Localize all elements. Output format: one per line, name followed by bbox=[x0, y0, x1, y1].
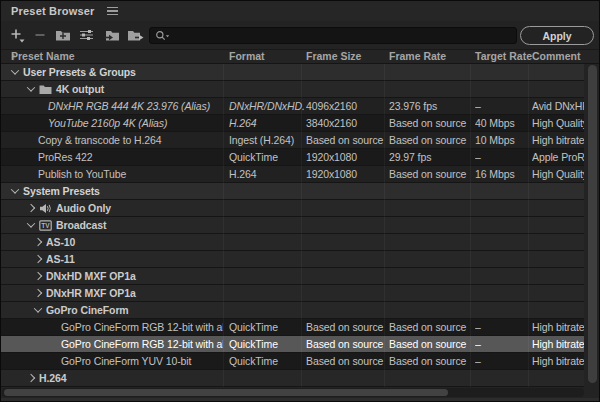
table-row[interactable]: H.264 bbox=[1, 370, 584, 387]
search-icon[interactable] bbox=[155, 30, 170, 42]
column-header-format[interactable]: Format bbox=[229, 50, 265, 63]
table-row[interactable]: GoPro CineForm YUV 10-bitQuickTimeBased … bbox=[1, 353, 584, 370]
comment-cell bbox=[532, 200, 584, 216]
table-row[interactable]: YouTube 2160p 4K (Alias)H.2643840x2160Ba… bbox=[1, 115, 584, 132]
frame-size-cell bbox=[306, 64, 386, 80]
preset-name-label: GoPro CineForm RGB 12-bit with alp... bbox=[61, 338, 223, 350]
table-row[interactable]: DNxHR MXF OP1a bbox=[1, 285, 584, 302]
preset-name-cell: GoPro CineForm RGB 12-bit with alpha bbox=[1, 319, 223, 335]
table-row[interactable]: ProRes 422QuickTime1920x108029.97 fps–Ap… bbox=[1, 149, 584, 166]
table-row[interactable]: 4K output bbox=[1, 81, 584, 98]
preset-name-label: Publish to YouTube bbox=[38, 168, 126, 180]
target-rate-cell bbox=[475, 81, 530, 97]
format-cell bbox=[229, 251, 304, 267]
frame-rate-cell bbox=[389, 64, 473, 80]
chevron-down-icon[interactable] bbox=[25, 217, 37, 233]
format-cell: H.264 bbox=[229, 166, 304, 182]
table-row[interactable]: Publish to YouTubeH.2641920x1080Based on… bbox=[1, 166, 584, 183]
target-rate-cell: 40 Mbps bbox=[475, 115, 530, 131]
table-row[interactable]: Audio Only bbox=[1, 200, 584, 217]
new-group-button[interactable] bbox=[53, 26, 73, 44]
table-row[interactable]: DNxHD MXF OP1a bbox=[1, 268, 584, 285]
format-cell: QuickTime bbox=[229, 149, 304, 165]
table-row[interactable]: AS-11 bbox=[1, 251, 584, 268]
table-row[interactable]: AS-10 bbox=[1, 234, 584, 251]
search-input[interactable] bbox=[172, 29, 516, 42]
frame-rate-cell bbox=[389, 217, 473, 233]
chevron-right-icon[interactable] bbox=[25, 370, 37, 386]
target-rate-cell bbox=[475, 200, 530, 216]
comment-cell: High Quality bbox=[532, 115, 584, 131]
preset-name-cell: YouTube 2160p 4K (Alias) bbox=[1, 115, 223, 131]
vertical-scrollbar[interactable] bbox=[588, 65, 597, 383]
chevron-down-icon[interactable] bbox=[32, 302, 44, 318]
preset-name-cell: Publish to YouTube bbox=[1, 166, 223, 182]
format-cell bbox=[229, 200, 304, 216]
folder-icon bbox=[39, 84, 52, 95]
preset-name-cell: GoPro CineForm bbox=[1, 302, 223, 318]
add-preset-button[interactable] bbox=[7, 26, 27, 44]
search-field[interactable] bbox=[149, 27, 517, 44]
format-cell bbox=[229, 268, 304, 284]
table-row[interactable]: User Presets & Groups bbox=[1, 64, 584, 81]
comment-cell bbox=[532, 268, 584, 284]
frame-rate-cell: Based on source bbox=[389, 336, 473, 352]
table-row[interactable]: System Presets bbox=[1, 183, 584, 200]
preset-name-label: GoPro CineForm RGB 12-bit with alpha bbox=[61, 321, 223, 333]
preset-settings-button[interactable] bbox=[76, 26, 96, 44]
vertical-scrollbar-thumb[interactable] bbox=[588, 65, 597, 383]
preset-name-label: YouTube 2160p 4K (Alias) bbox=[48, 117, 167, 129]
chevron-right-icon[interactable] bbox=[32, 268, 44, 284]
frame-rate-cell bbox=[389, 302, 473, 318]
table-row[interactable]: DNxHR RGB 444 4K 23.976 (Alias)DNxHR/DNx… bbox=[1, 98, 584, 115]
frame-size-cell: Based on source bbox=[306, 336, 386, 352]
comment-cell: High bitrate bbox=[532, 336, 584, 352]
target-rate-cell bbox=[475, 64, 530, 80]
table-row[interactable]: GoPro CineForm RGB 12-bit with alp...Qui… bbox=[1, 336, 584, 353]
horizontal-scrollbar-thumb[interactable] bbox=[4, 389, 448, 396]
import-presets-button[interactable] bbox=[102, 26, 122, 44]
chevron-right-icon[interactable] bbox=[32, 234, 44, 250]
frame-rate-cell: Based on source bbox=[389, 132, 473, 148]
remove-preset-button[interactable] bbox=[30, 26, 50, 44]
apply-preset-button[interactable]: Apply Preset bbox=[520, 26, 594, 45]
comment-cell bbox=[532, 302, 584, 318]
column-header-target-rate[interactable]: Target Rate bbox=[475, 50, 532, 63]
target-rate-cell: 10 Mbps bbox=[475, 132, 530, 148]
chevron-down-icon[interactable] bbox=[25, 81, 37, 97]
panel-menu-icon[interactable] bbox=[107, 7, 118, 16]
chevron-down-icon[interactable] bbox=[9, 64, 21, 80]
chevron-right-icon[interactable] bbox=[32, 285, 44, 301]
frame-size-cell bbox=[306, 200, 386, 216]
chevron-right-icon[interactable] bbox=[32, 251, 44, 267]
preset-name-cell: AS-10 bbox=[1, 234, 223, 250]
chevron-right-icon[interactable] bbox=[25, 200, 37, 216]
table-row[interactable]: TVBroadcast bbox=[1, 217, 584, 234]
table-row[interactable]: Copy & transcode to H.264Ingest (H.264)B… bbox=[1, 132, 584, 149]
preset-name-cell: GoPro CineForm YUV 10-bit bbox=[1, 353, 223, 369]
column-header-comment[interactable]: Comment bbox=[532, 50, 580, 63]
format-cell bbox=[229, 81, 304, 97]
column-header-frame-rate[interactable]: Frame Rate bbox=[389, 50, 446, 63]
target-rate-cell bbox=[475, 302, 530, 318]
tv-icon: TV bbox=[39, 220, 52, 231]
comment-cell: High bitrate bbox=[532, 319, 584, 335]
target-rate-cell: – bbox=[475, 353, 530, 369]
table-row[interactable]: GoPro CineForm RGB 12-bit with alphaQuic… bbox=[1, 319, 584, 336]
column-header-frame-size[interactable]: Frame Size bbox=[306, 50, 361, 63]
chevron-down-icon[interactable] bbox=[9, 183, 21, 199]
speaker-icon bbox=[39, 203, 52, 214]
preset-name-cell: ProRes 422 bbox=[1, 149, 223, 165]
toolbar: Apply Preset bbox=[1, 21, 599, 49]
format-cell: QuickTime bbox=[229, 319, 304, 335]
table-row[interactable]: GoPro CineForm bbox=[1, 302, 584, 319]
horizontal-scrollbar[interactable] bbox=[2, 388, 584, 397]
sliders-icon bbox=[79, 28, 94, 42]
export-presets-button[interactable] bbox=[125, 26, 145, 44]
target-rate-cell: – bbox=[475, 149, 530, 165]
preset-name-label: AS-10 bbox=[46, 236, 75, 248]
preset-name-label: DNxHR RGB 444 4K 23.976 (Alias) bbox=[48, 100, 210, 112]
preset-name-label: Broadcast bbox=[56, 219, 106, 231]
frame-rate-cell bbox=[389, 370, 473, 386]
comment-cell bbox=[532, 234, 584, 250]
